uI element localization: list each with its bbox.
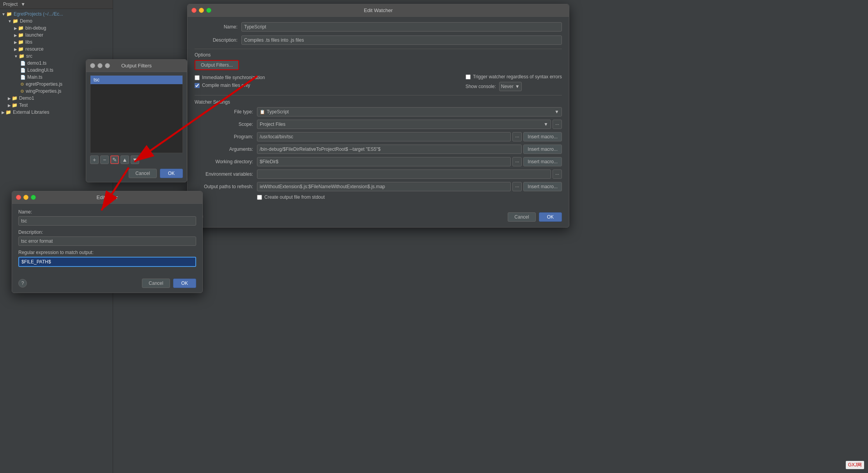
ef-name-input[interactable]	[18, 216, 196, 226]
create-output-label: Create output file from stdout	[264, 194, 325, 200]
folder-icon-root: 📁	[6, 11, 12, 17]
name-label: Name:	[195, 24, 237, 30]
tree-arrow-root: ▼	[2, 12, 5, 16]
description-input[interactable]	[241, 35, 562, 45]
edit-watcher-ok-button[interactable]: OK	[539, 212, 562, 222]
file-type-value: TypeScript	[267, 109, 289, 115]
scope-dropdown[interactable]: Project Files ▼	[257, 120, 551, 129]
output-filters-button[interactable]: Output Filters...	[195, 60, 239, 70]
ef-help-button[interactable]: ?	[18, 279, 27, 288]
trigger-watcher-row: Trigger watcher regardless of syntax err…	[466, 74, 562, 79]
ef-cancel-button[interactable]: Cancel	[142, 279, 170, 288]
folder-icon-launcher: 📁	[18, 32, 24, 38]
name-row: Name:	[195, 22, 562, 32]
ef-description-input[interactable]	[18, 236, 196, 246]
ef-titlebar-buttons	[16, 195, 36, 200]
of-titlebar-buttons	[90, 63, 110, 68]
working-dir-wrap: ··· Insert macro...	[257, 157, 562, 166]
output-filters-ok-button[interactable]: OK	[160, 169, 183, 178]
immediate-sync-checkbox[interactable]	[195, 75, 200, 80]
tree-arrow-demo1: ▶	[8, 96, 11, 101]
close-button[interactable]	[191, 8, 197, 13]
output-paths-input[interactable]	[257, 182, 511, 191]
edit-watcher-footer: ? Cancel OK	[188, 208, 569, 227]
edit-watcher-cancel-button[interactable]: Cancel	[508, 212, 535, 222]
tree-arrow-test: ▶	[8, 103, 11, 108]
tree-arrow-launcher: ▶	[14, 33, 17, 37]
edit-filter-footer: ? Cancel OK	[12, 276, 202, 293]
working-dir-insert-macro-button[interactable]: Insert macro...	[523, 157, 562, 166]
tree-item-bindebug[interactable]: ▶ 📁 bin-debug	[0, 25, 113, 32]
file-icon-demo1ts: 📄	[20, 61, 26, 66]
create-output-checkbox[interactable]	[257, 195, 262, 200]
ef-footer-buttons: Cancel OK	[142, 279, 196, 288]
ef-regex-input[interactable]	[18, 257, 196, 267]
of-add-button[interactable]: +	[90, 155, 99, 164]
env-vars-dots-button[interactable]: ···	[553, 169, 562, 179]
minimize-button[interactable]	[199, 8, 204, 13]
ef-ok-button[interactable]: OK	[173, 279, 196, 288]
name-input[interactable]	[241, 22, 562, 32]
tree-item-libs[interactable]: ▶ 📁 libs	[0, 39, 113, 46]
tree-arrow-libs: ▶	[14, 40, 17, 44]
ef-min-button[interactable]	[23, 195, 28, 200]
tree-item-demo[interactable]: ▼ 📁 Demo	[0, 18, 113, 25]
program-input[interactable]	[257, 132, 511, 141]
ef-regex-label: Regular expression to match output:	[18, 250, 196, 255]
tree-item-launcher[interactable]: ▶ 📁 launcher	[0, 32, 113, 39]
immediate-sync-row: Immediate file synchronization	[195, 75, 265, 80]
tree-arrow-resource: ▶	[14, 47, 17, 51]
output-filters-titlebar: Output Filters	[86, 60, 187, 72]
show-console-row: Show console: Never ▼	[466, 82, 562, 91]
file-type-dropdown[interactable]: 📋 TypeScript ▼	[257, 107, 562, 116]
program-insert-macro-button[interactable]: Insert macro...	[523, 132, 562, 141]
compile-main-row: Compile main files only	[195, 83, 265, 88]
compile-main-checkbox[interactable]	[195, 83, 200, 88]
file-type-chevron: ▼	[554, 109, 559, 115]
arguments-input[interactable]	[257, 145, 522, 154]
maximize-button[interactable]	[206, 8, 211, 13]
of-close-button[interactable]	[90, 63, 95, 68]
tree-arrow-demo: ▼	[8, 19, 12, 23]
tree-item-resource[interactable]: ▶ 📁 resource	[0, 46, 113, 53]
tree-label-root: EgretProjects (~/.../Ec...	[14, 11, 63, 17]
tree-label-src: src	[26, 53, 32, 59]
of-min-button[interactable]	[97, 63, 103, 68]
working-dir-dots-button[interactable]: ···	[512, 157, 522, 166]
tree-label-resource: resource	[25, 46, 44, 52]
trigger-watcher-checkbox[interactable]	[466, 74, 471, 79]
options-label: Options	[195, 52, 562, 58]
output-paths-dots-button[interactable]: ···	[512, 182, 522, 191]
project-panel-header: Project ▼	[0, 0, 113, 9]
ef-max-button[interactable]	[31, 195, 36, 200]
env-vars-input[interactable]	[257, 169, 551, 179]
trigger-watcher-label: Trigger watcher regardless of syntax err…	[473, 74, 562, 79]
ef-close-button[interactable]	[16, 195, 21, 200]
of-down-button[interactable]: ▼	[131, 155, 139, 164]
output-filters-dialog: Output Filters tsc + − ✎ ▲ ▼ Cancel OK	[86, 59, 187, 182]
of-up-button[interactable]: ▲	[120, 155, 129, 164]
of-edit-button[interactable]: ✎	[110, 155, 119, 164]
working-dir-input[interactable]	[257, 157, 511, 166]
output-filters-list-item[interactable]: tsc	[90, 76, 182, 84]
output-filters-cancel-button[interactable]: Cancel	[129, 169, 156, 178]
env-vars-row: Environment variables: ···	[195, 169, 562, 179]
of-max-button[interactable]	[105, 63, 110, 68]
tree-label-wingprops: wingProperties.js	[26, 88, 61, 94]
tree-item-root[interactable]: ▼ 📁 EgretProjects (~/.../Ec...	[0, 11, 113, 18]
arguments-insert-macro-button[interactable]: Insert macro...	[523, 145, 562, 154]
edit-watcher-dialog: Edit Watcher Name: Description: Options …	[187, 4, 569, 228]
show-console-select[interactable]: Never ▼	[499, 82, 522, 91]
output-paths-insert-macro-button[interactable]: Insert macro...	[523, 182, 562, 191]
tree-label-test: Test	[19, 102, 28, 108]
scope-dots-button[interactable]: ···	[553, 120, 562, 129]
divider1	[195, 49, 562, 49]
program-dots-button[interactable]: ···	[512, 132, 522, 141]
working-dir-row: Working directory: ··· Insert macro...	[195, 157, 562, 166]
output-paths-label: Output paths to refresh:	[195, 184, 253, 189]
env-vars-wrap: ···	[257, 169, 562, 179]
of-remove-button[interactable]: −	[100, 155, 109, 164]
output-paths-wrap: ··· Insert macro...	[257, 182, 562, 191]
tree-label-bindebug: bin-debug	[25, 25, 46, 31]
tree-item-src[interactable]: ▼ 📁 src	[0, 53, 113, 60]
